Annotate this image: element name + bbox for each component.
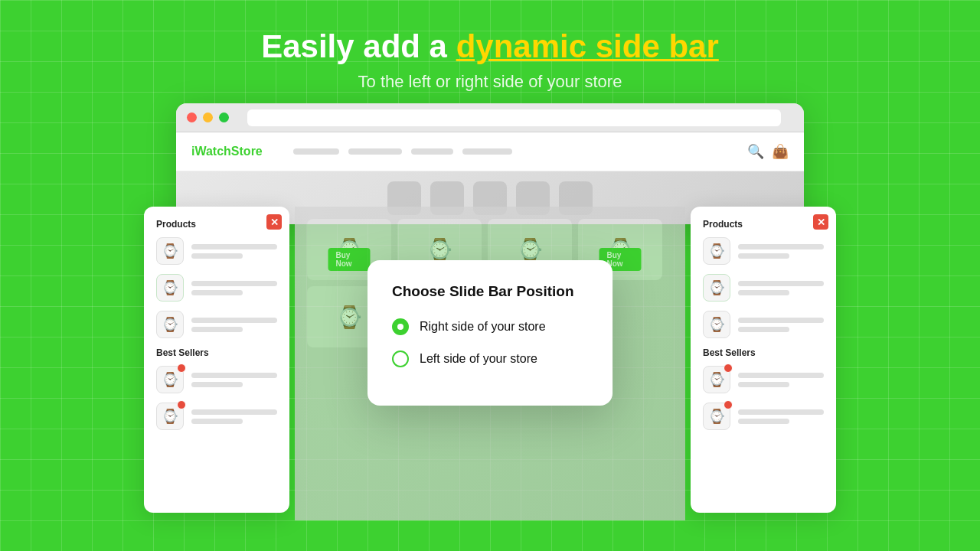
r-badge-red-1	[724, 364, 733, 373]
r-product-image-2: ⌚	[703, 274, 730, 302]
left-panel-product-3: ⌚	[156, 311, 277, 338]
right-panel-product-2: ⌚	[703, 274, 824, 302]
radio-left[interactable]	[392, 350, 409, 367]
option-right-label: Right side of your store	[420, 320, 546, 334]
r-product-lines-3	[738, 318, 824, 332]
traffic-light-red[interactable]	[187, 112, 197, 122]
store-logo: iWatchStore	[191, 145, 263, 158]
radio-right-selected[interactable]	[392, 318, 409, 335]
product-line-2a	[191, 281, 277, 286]
watch-icon-1: ⌚	[162, 243, 178, 259]
badge-red-1	[177, 364, 186, 373]
product-lines-1	[191, 244, 277, 259]
title-highlight: dynamic side bar	[456, 28, 719, 64]
nav-line-3	[411, 148, 453, 155]
bs-watch-icon-1: ⌚	[162, 371, 178, 388]
left-panel-product-2: ⌚	[156, 274, 277, 302]
nav-line-1	[293, 148, 339, 155]
product-image-2: ⌚	[156, 274, 184, 302]
left-panel-bestsellers-title: Best Sellers	[156, 347, 277, 358]
right-panel-product-1: ⌚	[703, 237, 824, 265]
buy-now-btn-1[interactable]: Buy Now	[328, 248, 371, 271]
r-bs-watch-icon-2: ⌚	[708, 408, 725, 425]
slide-bar-position-modal: Choose Slide Bar Position Right side of …	[368, 260, 612, 406]
hero-title: Easily add a dynamic side bar	[261, 29, 719, 64]
r-product-lines-2	[738, 281, 824, 295]
address-bar[interactable]	[247, 109, 781, 126]
title-start: Easily add a	[261, 28, 456, 64]
option-right[interactable]: Right side of your store	[392, 318, 588, 335]
traffic-light-green[interactable]	[219, 112, 229, 122]
right-panel-product-3: ⌚	[703, 311, 824, 338]
page-wrapper: Easily add a dynamic side bar To the lef…	[0, 0, 980, 551]
bestseller-lines-2	[191, 409, 277, 424]
nav-lines	[293, 148, 732, 155]
r-watch-icon-3: ⌚	[708, 316, 725, 333]
radio-inner-right	[397, 324, 403, 330]
product-lines-2	[191, 281, 277, 295]
bestseller-image-2: ⌚	[156, 403, 184, 430]
bestseller-line-2a	[191, 409, 277, 415]
search-icon[interactable]: 🔍	[747, 143, 764, 160]
r-product-image-1: ⌚	[703, 237, 730, 265]
nav-line-4	[462, 148, 512, 155]
product-image-3: ⌚	[156, 311, 184, 338]
bestseller-image-1: ⌚	[156, 366, 184, 393]
r-watch-icon-2: ⌚	[708, 279, 725, 296]
store-nav: iWatchStore 🔍 👜	[176, 132, 804, 171]
modal-title: Choose Slide Bar Position	[392, 283, 588, 300]
r-bs-watch-icon-1: ⌚	[708, 371, 725, 388]
r-product-image-3: ⌚	[703, 311, 730, 338]
option-left[interactable]: Left side of your store	[392, 350, 588, 367]
traffic-light-yellow[interactable]	[203, 112, 213, 122]
left-panel-bestseller-2: ⌚	[156, 403, 277, 430]
watch-icon-2: ⌚	[162, 279, 178, 296]
r-bestseller-image-2: ⌚	[703, 403, 730, 430]
watch-icon-3: ⌚	[162, 316, 178, 333]
browser-titlebar	[176, 103, 804, 132]
left-side-panel: ✕ Products ⌚ ⌚ ⌚	[144, 207, 289, 513]
bestseller-line-1b	[191, 382, 243, 387]
hero-subtitle: To the left or right side of your store	[358, 72, 622, 92]
nav-icons: 🔍 👜	[747, 143, 789, 160]
right-panel-close-button[interactable]: ✕	[813, 214, 828, 230]
bestseller-line-2b	[191, 419, 243, 424]
bestseller-line-1a	[191, 373, 277, 378]
product-lines-3	[191, 318, 277, 332]
left-panel-products-title: Products	[156, 219, 277, 230]
right-panel-bestsellers-title: Best Sellers	[703, 347, 824, 358]
bag-icon[interactable]: 👜	[772, 143, 789, 160]
left-panel-product-1: ⌚	[156, 237, 277, 265]
left-panel-bestseller-1: ⌚	[156, 366, 277, 393]
left-panel-close-button[interactable]: ✕	[266, 214, 282, 230]
product-image-1: ⌚	[156, 237, 184, 265]
product-line-3a	[191, 318, 277, 323]
bestseller-lines-1	[191, 373, 277, 387]
option-left-label: Left side of your store	[420, 352, 537, 366]
product-line-3b	[191, 327, 243, 332]
r-watch-icon-1: ⌚	[708, 243, 725, 259]
right-side-panel: ✕ Products ⌚ ⌚ ⌚	[691, 207, 836, 513]
product-line-1a	[191, 244, 277, 249]
bs-watch-icon-2: ⌚	[162, 408, 178, 425]
r-product-lines-1	[738, 244, 824, 259]
product-line-2b	[191, 290, 243, 295]
right-panel-bestseller-2: ⌚	[703, 403, 824, 430]
right-panel-bestseller-1: ⌚	[703, 366, 824, 393]
badge-red-2	[177, 400, 186, 409]
r-badge-red-2	[724, 400, 733, 409]
nav-line-2	[348, 148, 402, 155]
product-line-1b	[191, 253, 243, 259]
r-bestseller-image-1: ⌚	[703, 366, 730, 393]
right-panel-products-title: Products	[703, 219, 824, 230]
